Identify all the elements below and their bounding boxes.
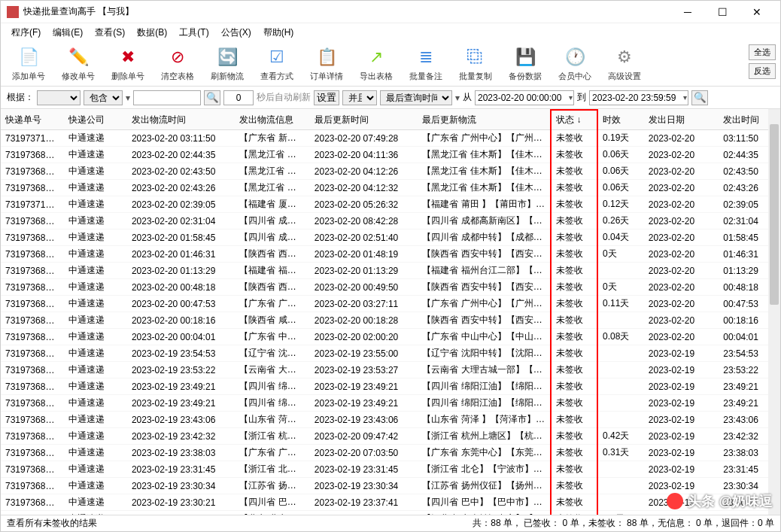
- table-row[interactable]: 73197368…中通速递2023-02-20 02:44:35【黑龙江省 …2…: [1, 147, 780, 163]
- table-row[interactable]: 73197371…中通速递2023-02-20 03:11:50【广东省 新…2…: [1, 130, 780, 147]
- table-row[interactable]: 73197368…中通速递2023-02-20 00:04:01【广东省 中…2…: [1, 329, 780, 345]
- col-header[interactable]: 时效: [597, 110, 644, 130]
- table-row[interactable]: 73197368…中通速递2023-02-20 02:31:04【四川省 成…2…: [1, 213, 780, 230]
- menu-item-1[interactable]: 编辑(E): [48, 25, 87, 41]
- table-row[interactable]: 73197368…中通速递2023-02-19 23:49:21【四川省 绵…2…: [1, 378, 780, 395]
- col-header[interactable]: 状态 ↓: [551, 110, 597, 130]
- cell: 中通速递: [64, 412, 127, 428]
- filter-value-input[interactable]: [133, 90, 201, 105]
- table-row[interactable]: 73197368…中通速递2023-02-19 23:53:22【云南省 大…2…: [1, 362, 780, 378]
- settings-button[interactable]: 设置: [314, 90, 339, 105]
- cell: 未签收: [551, 312, 597, 329]
- cell: 73197368…: [1, 296, 64, 312]
- menu-item-6[interactable]: 帮助(H): [259, 25, 299, 41]
- tool-查看方式[interactable]: ☑查看方式: [255, 44, 299, 84]
- titlebar: 快递批量查询高手 【与我】 ─ ☐ ✕: [1, 1, 780, 23]
- close-button[interactable]: ✕: [740, 1, 774, 23]
- table-row[interactable]: 73197368…中通速递2023-02-20 00:48:18【陕西省 西…2…: [1, 279, 780, 296]
- cell: 2023-02-20: [644, 180, 719, 196]
- tool-订单详情[interactable]: 📋订单详情: [305, 44, 348, 84]
- cell: 0天: [597, 279, 644, 296]
- cell: 2023-02-19: [644, 511, 719, 515]
- col-header[interactable]: 快递单号: [1, 110, 64, 130]
- cell: 73197368…: [1, 345, 64, 362]
- cell: 73197368…: [1, 461, 64, 478]
- cell: 0.31天: [597, 445, 644, 461]
- cell: 2023-02-19 23:30:21: [127, 494, 236, 511]
- select-all-button[interactable]: 全选: [749, 44, 776, 60]
- tool-删除单号[interactable]: ✖删除单号: [106, 44, 150, 84]
- table-row[interactable]: 73197368…中通速递2023-02-19 23:31:45【浙江省 北…2…: [1, 461, 780, 478]
- tool-高级设置[interactable]: ⚙高级设置: [603, 44, 646, 84]
- scrollbar-thumb[interactable]: [770, 124, 779, 305]
- maximize-button[interactable]: ☐: [705, 1, 740, 23]
- table-row[interactable]: 73197368…中通速递2023-02-19 23:54:53【辽宁省 沈…2…: [1, 345, 780, 362]
- filter-op-select[interactable]: 包含: [84, 90, 123, 105]
- data-grid[interactable]: 快递单号快递公司发出物流时间发出物流信息最后更新时间最后更新物流状态 ↓时效发出…: [1, 109, 780, 515]
- col-header[interactable]: 发出日期: [644, 110, 719, 130]
- menu-item-5[interactable]: 公告(X): [217, 25, 256, 41]
- menu-item-2[interactable]: 查看(S): [90, 25, 129, 41]
- cell: 【陕西省 西安中转】【西安…: [418, 312, 551, 329]
- count-input[interactable]: [223, 90, 254, 105]
- cell: 中通速递: [64, 494, 127, 511]
- table-row[interactable]: 73197371…中通速递2023-02-20 02:39:05【福建省 厦…2…: [1, 196, 780, 213]
- table-row[interactable]: 73197368…中通速递2023-02-19 23:43:06【山东省 菏…2…: [1, 412, 780, 428]
- table-row[interactable]: 73197368…中通速递2023-02-19 23:26:05【北京 北京…2…: [1, 511, 780, 515]
- cell: 【福建省 莆田 】【莆田市】…: [418, 196, 551, 213]
- table-row[interactable]: 73197368…中通速递2023-02-20 01:58:45【四川省 成…2…: [1, 230, 780, 246]
- menu-item-4[interactable]: 工具(T): [175, 25, 213, 41]
- col-header[interactable]: 最后更新物流: [418, 110, 551, 130]
- cell: 2023-02-20 08:42:28: [310, 213, 418, 230]
- menu-item-3[interactable]: 数据(B): [132, 25, 172, 41]
- search-date-button[interactable]: 🔍: [691, 90, 708, 105]
- cell: 2023-02-19: [644, 412, 719, 428]
- table-row[interactable]: 73197368…中通速递2023-02-19 23:30:21【四川省 巴…2…: [1, 494, 780, 511]
- col-header[interactable]: 快递公司: [64, 110, 127, 130]
- filter-field-select[interactable]: [37, 90, 81, 105]
- table-row[interactable]: 73197368…中通速递2023-02-20 02:43:26【黑龙江省 …2…: [1, 180, 780, 196]
- tool-导出表格[interactable]: ↗导出表格: [354, 44, 398, 84]
- col-header[interactable]: 发出物流信息: [235, 110, 309, 130]
- menu-item-0[interactable]: 程序(F): [7, 25, 45, 41]
- cell: 73197368…: [1, 445, 64, 461]
- search-icon: 🔍: [694, 92, 707, 103]
- invert-select-button[interactable]: 反选: [749, 63, 776, 79]
- table-row[interactable]: 73197368…中通速递2023-02-20 01:13:29【福建省 福…2…: [1, 263, 780, 279]
- tool-会员中心[interactable]: 🕐会员中心: [553, 44, 597, 84]
- search-button[interactable]: 🔍: [204, 90, 220, 105]
- cell: 【云南省 大理古城一部】【…: [418, 362, 551, 378]
- tool-添加单号[interactable]: 📄添加单号: [7, 44, 50, 84]
- table-row[interactable]: 73197368…中通速递2023-02-20 01:46:31【陕西省 西…2…: [1, 246, 780, 263]
- tool-修改单号[interactable]: ✏️修改单号: [56, 44, 100, 84]
- cell: 2023-02-20 02:31:04: [127, 213, 236, 230]
- tool-label: 订单详情: [310, 71, 343, 82]
- cell: 【四川省 成都高新南区】【…: [418, 213, 551, 230]
- table-row[interactable]: 73197368…中通速递2023-02-20 00:18:16【陕西省 咸…2…: [1, 312, 780, 329]
- table-row[interactable]: 73197368…中通速递2023-02-19 23:38:03【广东省 广…2…: [1, 445, 780, 461]
- table-row[interactable]: 73197368…中通速递2023-02-20 02:43:50【黑龙江省 …2…: [1, 163, 780, 180]
- filter-logic-select[interactable]: 并且: [342, 90, 377, 105]
- tool-清空表格[interactable]: ⊘清空表格: [156, 44, 199, 84]
- table-row[interactable]: 73197368…中通速递2023-02-19 23:30:34【江苏省 扬…2…: [1, 478, 780, 494]
- cell: 【浙江省 北…: [235, 461, 309, 478]
- cell: 0天: [597, 246, 644, 263]
- table-row[interactable]: 73197368…中通速递2023-02-19 23:42:32【浙江省 杭…2…: [1, 428, 780, 445]
- vertical-scrollbar[interactable]: [768, 109, 780, 515]
- minimize-button[interactable]: ─: [670, 1, 705, 23]
- table-row[interactable]: 73197368…中通速递2023-02-20 00:47:53【广东省 广…2…: [1, 296, 780, 312]
- cell: 中通速递: [64, 445, 127, 461]
- tool-批量备注[interactable]: ≣批量备注: [404, 44, 448, 84]
- col-header[interactable]: 最后更新时间: [310, 110, 418, 130]
- last-query-select[interactable]: 最后查询时间: [380, 90, 452, 105]
- tool-刷新物流[interactable]: 🔄刷新物流: [205, 44, 249, 84]
- to-label: 到: [577, 91, 586, 104]
- tool-批量复制[interactable]: ⿻批量复制: [454, 44, 497, 84]
- cell: 【福建省 厦…: [235, 196, 309, 213]
- cell: 中通速递: [64, 378, 127, 395]
- col-header[interactable]: 发出物流时间: [127, 110, 236, 130]
- table-row[interactable]: 73197368…中通速递2023-02-19 23:49:21【四川省 绵…2…: [1, 395, 780, 412]
- date-from-input[interactable]: [475, 90, 574, 105]
- date-to-input[interactable]: [589, 90, 688, 105]
- tool-备份数据[interactable]: 💾备份数据: [503, 44, 547, 84]
